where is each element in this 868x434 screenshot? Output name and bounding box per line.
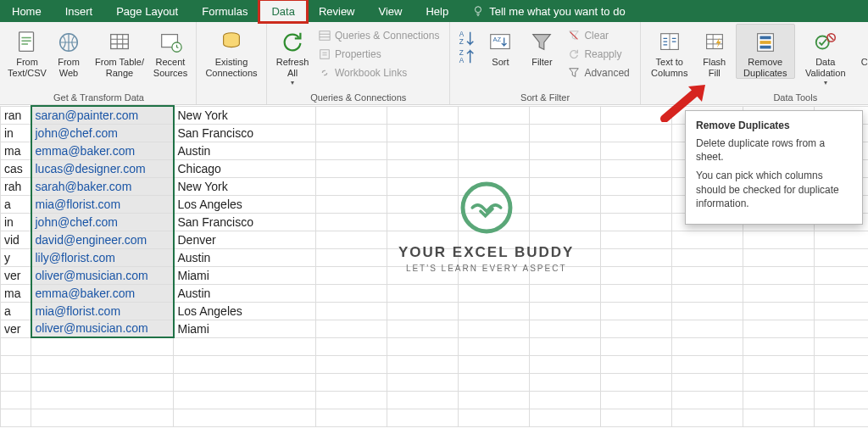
tab-help[interactable]: Help	[414, 0, 460, 22]
cell[interactable]	[815, 231, 869, 248]
cell[interactable]	[387, 355, 459, 373]
cell[interactable]	[601, 337, 672, 355]
cell[interactable]	[601, 320, 672, 337]
remove-duplicates-button[interactable]: Remove Duplicates	[736, 24, 795, 79]
cell[interactable]	[459, 142, 530, 159]
tab-review[interactable]: Review	[307, 0, 367, 22]
recent-sources-button[interactable]: Recent Sources	[150, 24, 191, 79]
cell[interactable]	[316, 248, 387, 266]
workbook-links-button[interactable]: Workbook Links	[314, 64, 444, 82]
email-link[interactable]: lily@florist.com	[36, 251, 115, 264]
cell[interactable]: emma@baker.com	[31, 284, 174, 302]
cell[interactable]	[459, 159, 530, 177]
cell[interactable]: emma@baker.com	[31, 142, 174, 159]
cell[interactable]	[316, 177, 387, 195]
email-link[interactable]: emma@baker.com	[36, 287, 136, 300]
from-textcsv-button[interactable]: From Text/CSV	[7, 24, 47, 79]
cell[interactable]	[743, 355, 815, 373]
tab-view[interactable]: View	[367, 0, 415, 22]
tab-home[interactable]: Home	[0, 0, 53, 22]
cell[interactable]	[387, 373, 459, 391]
flash-fill-button[interactable]: Flash Fill	[694, 24, 735, 79]
cell[interactable]	[316, 195, 387, 213]
cell[interactable]	[743, 409, 815, 426]
cell[interactable]	[316, 355, 387, 373]
cell[interactable]	[459, 337, 530, 355]
tab-page-layout[interactable]: Page Layout	[104, 0, 190, 22]
consolidate-button[interactable]: Consolidate	[856, 24, 868, 69]
cell[interactable]	[672, 355, 743, 373]
cell[interactable]	[387, 159, 459, 177]
cell[interactable]	[459, 391, 530, 409]
cell[interactable]	[815, 266, 869, 284]
cell[interactable]	[387, 391, 459, 409]
cell[interactable]	[387, 284, 459, 302]
cell[interactable]	[387, 106, 459, 124]
table-row[interactable]: amia@florist.comLos Angeles	[1, 302, 869, 320]
cell[interactable]: Miami	[174, 320, 316, 337]
cell[interactable]	[316, 337, 387, 355]
cell[interactable]: saran@painter.com	[31, 106, 174, 124]
table-row[interactable]: veroliver@musician.comMiami	[1, 320, 869, 337]
cell[interactable]	[316, 391, 387, 409]
cell[interactable]	[743, 266, 815, 284]
cell[interactable]	[530, 248, 601, 266]
cell[interactable]	[31, 355, 174, 373]
cell[interactable]: david@engineer.com	[31, 231, 174, 248]
email-link[interactable]: john@chef.com	[36, 215, 118, 229]
cell[interactable]	[31, 391, 174, 409]
cell[interactable]: in	[1, 124, 31, 142]
cell[interactable]: mia@florist.com	[31, 302, 174, 320]
cell[interactable]	[530, 213, 601, 231]
sort-button[interactable]: AZ Sort	[480, 24, 520, 69]
cell[interactable]: in	[1, 213, 31, 231]
cell[interactable]	[601, 373, 672, 391]
cell[interactable]	[601, 195, 672, 213]
cell[interactable]	[387, 124, 459, 142]
cell[interactable]	[1, 337, 31, 355]
cell[interactable]	[459, 409, 530, 426]
cell[interactable]	[530, 106, 601, 124]
cell[interactable]	[1, 409, 31, 426]
cell[interactable]: oliver@musician.com	[31, 320, 174, 337]
cell[interactable]	[316, 320, 387, 337]
table-row[interactable]	[1, 337, 869, 355]
clear-filter-button[interactable]: Clear	[563, 26, 634, 45]
cell[interactable]	[743, 391, 815, 409]
cell[interactable]: mia@florist.com	[31, 195, 174, 213]
cell[interactable]	[743, 373, 815, 391]
cell[interactable]: San Francisco	[174, 213, 316, 231]
cell[interactable]: ver	[1, 320, 31, 337]
cell[interactable]: ran	[1, 106, 31, 124]
cell[interactable]	[31, 337, 174, 355]
cell[interactable]	[815, 284, 869, 302]
cell[interactable]	[530, 302, 601, 320]
table-row[interactable]	[1, 355, 869, 373]
cell[interactable]	[459, 124, 530, 142]
cell[interactable]	[316, 266, 387, 284]
cell[interactable]	[31, 409, 174, 426]
cell[interactable]	[174, 373, 316, 391]
cell[interactable]	[743, 320, 815, 337]
cell[interactable]	[459, 284, 530, 302]
cell[interactable]	[316, 409, 387, 426]
cell[interactable]	[530, 391, 601, 409]
cell[interactable]	[459, 320, 530, 337]
cell[interactable]	[601, 391, 672, 409]
cell[interactable]: rah	[1, 177, 31, 195]
data-validation-button[interactable]: Data Validation ▾	[796, 24, 855, 87]
cell[interactable]	[601, 106, 672, 124]
cell[interactable]: cas	[1, 159, 31, 177]
cell[interactable]: ma	[1, 284, 31, 302]
cell[interactable]: oliver@musician.com	[31, 266, 174, 284]
cell[interactable]	[316, 302, 387, 320]
cell[interactable]	[459, 248, 530, 266]
cell[interactable]: Chicago	[174, 159, 316, 177]
cell[interactable]	[672, 231, 743, 248]
cell[interactable]	[316, 213, 387, 231]
cell[interactable]	[601, 231, 672, 248]
cell[interactable]: lucas@designer.com	[31, 159, 174, 177]
cell[interactable]	[601, 124, 672, 142]
cell[interactable]	[459, 373, 530, 391]
cell[interactable]	[743, 231, 815, 248]
